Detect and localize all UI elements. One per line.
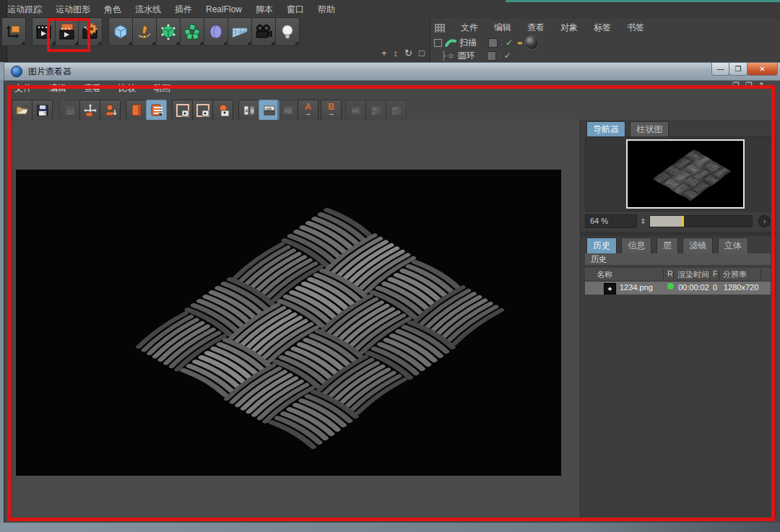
tab-info[interactable]: 信息: [621, 237, 651, 254]
camera-button[interactable]: [251, 17, 276, 46]
subdivision-surface-button[interactable]: [156, 17, 181, 46]
rendered-image[interactable]: [16, 170, 561, 476]
visibility-dots-icon[interactable]: ⁚: [499, 52, 501, 59]
zoom-slider-handle[interactable]: [682, 216, 684, 227]
om-menu-view[interactable]: 查看: [527, 22, 545, 34]
menu-character[interactable]: 角色: [104, 4, 121, 16]
column-separator: [760, 269, 761, 280]
actual-size-button[interactable]: [100, 100, 121, 121]
render-view-button[interactable]: [32, 17, 56, 46]
collapse-panel-icon[interactable]: ⇕: [758, 81, 765, 90]
expand-toggle-icon[interactable]: [434, 39, 442, 47]
pv-menu-file[interactable]: 文件: [14, 82, 32, 95]
object-label[interactable]: 扫描: [459, 37, 484, 49]
om-menu-edit[interactable]: 编辑: [494, 22, 511, 34]
layer-swatch[interactable]: [488, 38, 498, 48]
picture-viewer-app-icon: [11, 66, 22, 77]
compare-frame-a-button[interactable]: [172, 100, 193, 121]
ab-option-button[interactable]: AB12: [386, 100, 407, 121]
viewport-rotate-icon[interactable]: ↻: [404, 48, 412, 58]
om-menu-objects[interactable]: 对象: [560, 22, 578, 34]
cube-button[interactable]: [108, 17, 133, 46]
enabled-check-icon[interactable]: ✓: [506, 38, 513, 48]
fit-image-button[interactable]: [79, 100, 100, 121]
col-name[interactable]: 名称: [597, 269, 612, 280]
tab-stereo[interactable]: 立体: [718, 237, 748, 254]
ab-option-button[interactable]: AB▥: [365, 100, 386, 121]
c4d-menubar: 运动跟踪 运动图形 角色 流水线 插件 RealFlow 脚本 窗口 帮助: [7, 2, 335, 17]
ab-overlay-button[interactable]: AB: [277, 100, 298, 121]
material-tag-icon[interactable]: [524, 35, 539, 50]
render-to-picture-viewer-button[interactable]: [55, 17, 79, 46]
light-button[interactable]: [275, 17, 300, 46]
phong-tag-icon[interactable]: ●●: [517, 40, 521, 46]
layout-toggle-icon[interactable]: ❐: [745, 81, 753, 90]
close-button[interactable]: ✕: [747, 63, 778, 76]
metaball-button[interactable]: [204, 17, 228, 46]
tab-history[interactable]: 历史: [586, 237, 617, 254]
tab-histogram[interactable]: 柱状图: [630, 121, 669, 138]
menu-motion-tracker[interactable]: 运动跟踪: [7, 4, 42, 16]
picture-viewer-titlebar[interactable]: 图片查看器: [4, 62, 780, 81]
zoom-slider[interactable]: [649, 215, 753, 227]
tab-layer[interactable]: 层: [656, 237, 678, 254]
viewport-pan-icon[interactable]: +: [381, 48, 387, 58]
object-row-sweep[interactable]: 扫描 ⁚ ✓ ●●: [430, 36, 539, 49]
maximize-button[interactable]: ❐: [729, 63, 748, 76]
navigator-tabs: 导航器 柱状图: [586, 121, 670, 138]
col-resolution[interactable]: 分辨率: [723, 269, 747, 280]
object-label[interactable]: 圆环: [458, 50, 482, 62]
set-b-button[interactable]: B→: [321, 100, 342, 121]
ab-horizontal-button[interactable]: AB: [259, 100, 280, 121]
drag-grip-icon[interactable]: [435, 24, 445, 32]
minimize-button[interactable]: —: [711, 63, 729, 76]
menu-realflow[interactable]: RealFlow: [206, 4, 242, 14]
single-image-button[interactable]: [126, 100, 147, 121]
tab-filter[interactable]: 滤镜: [682, 237, 713, 254]
pv-menu-view[interactable]: 查看: [84, 82, 101, 95]
om-menu-bookmarks[interactable]: 书签: [627, 22, 644, 34]
axis-tool-button[interactable]: [1, 17, 26, 46]
open-file-button[interactable]: [12, 100, 32, 121]
viewport-zoom-icon[interactable]: ↕: [394, 48, 399, 58]
array-button[interactable]: [180, 17, 204, 46]
pen-spline-button[interactable]: [132, 17, 157, 46]
floor-button[interactable]: [228, 17, 252, 46]
enabled-check-icon[interactable]: ✓: [504, 51, 511, 61]
history-row-selected[interactable]: ◆ 1234.png 00:00:02 0 1280x720: [585, 282, 771, 295]
set-a-button[interactable]: A→: [298, 100, 318, 121]
menu-mograph[interactable]: 运动图形: [56, 4, 90, 16]
menu-plugins[interactable]: 插件: [175, 4, 192, 16]
pv-menu-animation[interactable]: 动画: [153, 82, 170, 95]
layer-swatch[interactable]: [487, 51, 496, 61]
zoom-stepper-icon[interactable]: ⇕: [640, 217, 646, 225]
om-menu-file[interactable]: 文件: [461, 22, 478, 34]
flyout-triangle: [128, 41, 131, 45]
frame-range-button[interactable]: 12: [59, 100, 80, 121]
ab-vertical-button[interactable]: AB: [238, 100, 259, 121]
navigator-more-button[interactable]: ›: [758, 215, 771, 227]
dual-image-button[interactable]: [146, 100, 167, 121]
menu-window[interactable]: 窗口: [287, 4, 304, 16]
om-menu-tags[interactable]: 标签: [594, 22, 611, 34]
compare-frame-b-button[interactable]: [192, 100, 213, 121]
col-f[interactable]: F: [713, 269, 718, 278]
layout-toggle-icon[interactable]: ❐: [732, 81, 740, 90]
viewport-maximize-icon[interactable]: □: [419, 48, 425, 58]
col-r[interactable]: R: [667, 269, 673, 278]
render-settings-button[interactable]: [78, 17, 103, 46]
visibility-dots-icon[interactable]: ⁚: [500, 39, 503, 46]
menu-script[interactable]: 脚本: [256, 4, 273, 16]
pv-menu-edit[interactable]: 编辑: [49, 82, 66, 95]
ab-option-button[interactable]: AB: [345, 100, 366, 121]
tab-navigator[interactable]: 导航器: [586, 121, 625, 138]
swap-ab-button[interactable]: [212, 100, 233, 121]
navigator-thumbnail[interactable]: [626, 139, 745, 209]
menu-pipeline[interactable]: 流水线: [135, 4, 161, 16]
object-row-circle[interactable]: ├ ○ 圆环 ⁚ ✓: [430, 49, 511, 62]
save-button[interactable]: ?: [32, 100, 53, 121]
col-render-time[interactable]: 渲染时间: [677, 269, 709, 280]
menu-help[interactable]: 帮助: [318, 4, 335, 16]
zoom-value-field[interactable]: 64 %: [585, 214, 637, 228]
pv-menu-compare[interactable]: 比较: [118, 82, 136, 95]
